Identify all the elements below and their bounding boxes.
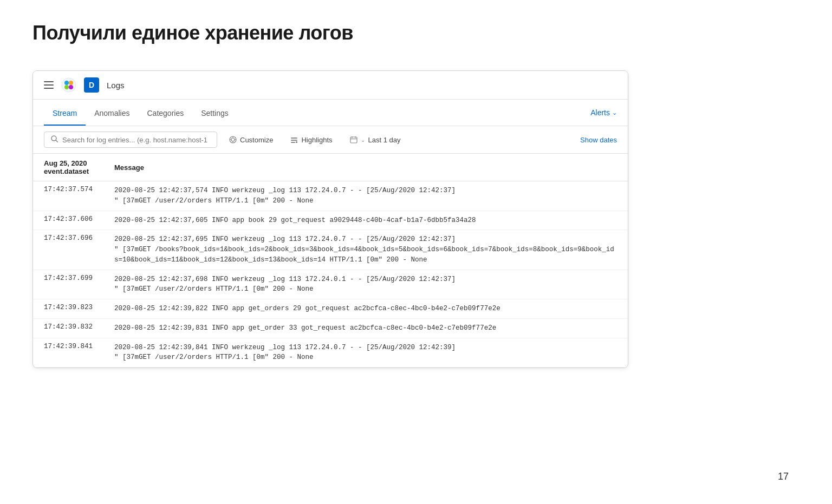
timestamp-cell: 17:42:37.574 bbox=[33, 181, 103, 211]
search-icon bbox=[51, 135, 58, 144]
log-table: Aug 25, 2020 event.dataset Message 17:42… bbox=[33, 154, 628, 368]
svg-rect-13 bbox=[291, 138, 297, 139]
customize-icon bbox=[229, 136, 237, 143]
alerts-chevron-icon: ⌄ bbox=[612, 109, 617, 116]
timestamp-cell: 17:42:39.823 bbox=[33, 299, 103, 319]
svg-point-3 bbox=[64, 85, 69, 89]
app-title-text: Logs bbox=[107, 81, 125, 90]
message-cell: 2020-08-25 12:42:37,574 INFO werkzeug _l… bbox=[103, 181, 628, 211]
col-date-header: Aug 25, 2020 event.dataset bbox=[33, 154, 103, 181]
table-row: 17:42:37.5742020-08-25 12:42:37,574 INFO… bbox=[33, 181, 628, 211]
highlights-label: Highlights bbox=[301, 136, 332, 144]
svg-rect-17 bbox=[350, 137, 357, 143]
alerts-dropdown-btn[interactable]: Alerts ⌄ bbox=[590, 100, 617, 126]
nav-tabs: Stream Anomalies Categories Settings Ale… bbox=[33, 100, 628, 126]
svg-point-4 bbox=[69, 85, 73, 89]
timestamp-cell: 17:42:39.841 bbox=[33, 338, 103, 368]
tab-settings[interactable]: Settings bbox=[192, 100, 237, 125]
table-header-row: Aug 25, 2020 event.dataset Message bbox=[33, 154, 628, 181]
toolbar: Customize Highlights ⌄ Last 1 day Show d… bbox=[33, 126, 628, 154]
tab-anomalies[interactable]: Anomalies bbox=[86, 100, 138, 125]
app-window: D Logs Stream Anomalies Categories Setti… bbox=[32, 70, 628, 368]
date-range-label: Last 1 day bbox=[368, 136, 401, 144]
slide-number: 17 bbox=[778, 471, 789, 482]
date-picker-btn[interactable]: ⌄ Last 1 day bbox=[344, 133, 406, 147]
message-cell: 2020-08-25 12:42:39,841 INFO werkzeug _l… bbox=[103, 338, 628, 368]
table-row: 17:42:39.8412020-08-25 12:42:39,841 INFO… bbox=[33, 338, 628, 368]
svg-point-0 bbox=[62, 78, 76, 92]
timestamp-cell: 17:42:37.606 bbox=[33, 211, 103, 230]
table-row: 17:42:37.6062020-08-25 12:42:37,605 INFO… bbox=[33, 211, 628, 230]
svg-point-1 bbox=[64, 81, 69, 85]
message-cell: 2020-08-25 12:42:37,698 INFO werkzeug _l… bbox=[103, 270, 628, 299]
date-chevron-icon: ⌄ bbox=[361, 137, 365, 143]
svg-rect-14 bbox=[291, 140, 297, 141]
highlights-icon bbox=[290, 136, 298, 143]
timestamp-cell: 17:42:39.832 bbox=[33, 318, 103, 338]
app-badge: D bbox=[84, 77, 99, 93]
highlights-btn[interactable]: Highlights bbox=[285, 133, 337, 147]
message-cell: 2020-08-25 12:42:37,605 INFO app book 29… bbox=[103, 211, 628, 230]
col-dataset-header: event.dataset bbox=[44, 167, 89, 175]
svg-rect-15 bbox=[291, 142, 295, 143]
svg-line-6 bbox=[56, 140, 58, 142]
search-input[interactable] bbox=[62, 136, 210, 144]
show-dates-btn[interactable]: Show dates bbox=[580, 136, 617, 144]
table-row: 17:42:39.8232020-08-25 12:42:39,822 INFO… bbox=[33, 299, 628, 319]
col-message-header: Message bbox=[103, 154, 628, 181]
table-row: 17:42:37.6992020-08-25 12:42:37,698 INFO… bbox=[33, 270, 628, 299]
customize-label: Customize bbox=[240, 136, 273, 144]
timestamp-cell: 17:42:37.696 bbox=[33, 230, 103, 270]
timestamp-cell: 17:42:37.699 bbox=[33, 270, 103, 299]
table-row: 17:42:37.6962020-08-25 12:42:37,695 INFO… bbox=[33, 230, 628, 270]
tab-categories[interactable]: Categories bbox=[139, 100, 193, 125]
table-row: 17:42:39.8322020-08-25 12:42:39,831 INFO… bbox=[33, 318, 628, 338]
customize-btn[interactable]: Customize bbox=[224, 133, 278, 147]
hamburger-menu[interactable] bbox=[44, 81, 54, 89]
app-header: D Logs bbox=[33, 71, 628, 100]
app-logo-icon bbox=[61, 77, 76, 93]
message-cell: 2020-08-25 12:42:39,822 INFO app get_ord… bbox=[103, 299, 628, 319]
svg-rect-16 bbox=[296, 141, 297, 143]
search-container[interactable] bbox=[44, 132, 217, 148]
message-cell: 2020-08-25 12:42:37,695 INFO werkzeug _l… bbox=[103, 230, 628, 270]
svg-point-8 bbox=[231, 138, 235, 141]
alerts-label: Alerts bbox=[590, 108, 610, 117]
calendar-icon bbox=[350, 136, 358, 143]
page-title: Получили единое хранение логов bbox=[32, 22, 353, 44]
tab-stream[interactable]: Stream bbox=[44, 100, 86, 125]
svg-point-2 bbox=[69, 81, 73, 85]
message-cell: 2020-08-25 12:42:39,831 INFO app get_ord… bbox=[103, 318, 628, 338]
